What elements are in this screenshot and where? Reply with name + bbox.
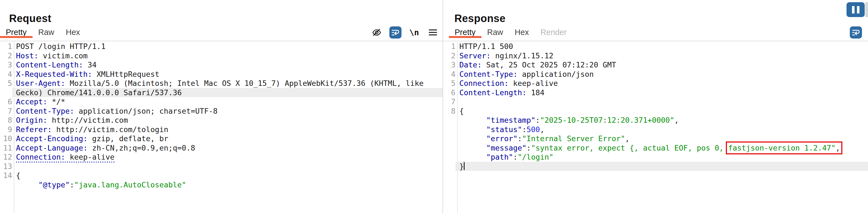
code-segment: Content-Length: [16,61,83,69]
code-text [456,97,868,106]
newline-toggle-button[interactable]: \n [408,27,420,38]
tab-raw[interactable]: Raw [482,27,509,38]
pause-icon [857,6,860,13]
code-text: Connection: keep-alive [12,152,443,162]
line-number: 8 [443,106,456,116]
code-segment: zh-CN,zh;q=0.9,en;q=0.8 [88,144,195,152]
code-text: Connection: keep-alive [456,79,868,88]
response-toolbar [850,27,862,38]
code-segment: "Internal Server Error" [522,134,625,143]
scrollbar-track[interactable] [865,2,868,17]
word-wrap-button[interactable] [390,27,402,38]
code-segment: "@type" [38,180,70,189]
line-number: 3 [443,60,456,70]
code-line[interactable]: "message":"syntax error, expect {, actua… [443,143,868,153]
code-line[interactable]: 2Host: victim.com [0,51,443,61]
code-text: Date: Sat, 25 Oct 2025 07:12:20 GMT [456,60,868,70]
code-line[interactable]: 6Content-Length: 184 [443,88,868,98]
code-line[interactable]: "status":500, [443,125,868,134]
code-segment: victim.com [38,51,88,60]
code-segment: HTTP/1.1 500 [459,42,513,50]
code-line[interactable]: 1HTTP/1.1 500 [443,42,868,51]
tab-render[interactable]: Render [534,27,572,38]
code-segment: Gecko) Chrome/141.0.0.0 Safari/537.36 [16,88,182,97]
code-segment: keep-alive [65,153,115,161]
code-text: Content-Type: application/json [456,70,868,79]
code-line[interactable]: 6Accept: */* [0,97,443,106]
word-wrap-button[interactable] [850,27,862,38]
code-segment: "/login" [518,153,553,161]
line-number: 6 [0,97,12,106]
code-line[interactable]: 3Content-Length: 34 [0,60,443,70]
code-segment: http://victim.com/tologin [52,125,168,134]
code-line[interactable]: 14{ [0,171,443,180]
response-panel-title: Response [455,13,506,25]
code-segment: application/json [518,70,593,78]
code-line[interactable]: 9Referer: http://victim.com/tologin [0,125,443,134]
code-segment: Referer: [16,125,52,134]
code-segment: keep-alive [509,79,558,87]
code-line[interactable]: 3Date: Sat, 25 Oct 2025 07:12:20 GMT [443,60,868,70]
code-line[interactable]: "timestamp":"2025-10-25T07:12:20.371+000… [443,115,868,125]
newline-icon: \n [409,28,419,37]
line-number: 5 [0,79,12,88]
code-line[interactable]: } [443,162,868,171]
code-segment: 34 [83,61,97,69]
code-line[interactable]: 11Accept-Language: zh-CN,zh;q=0.9,en;q=0… [0,143,443,153]
code-text: "message":"syntax error, expect {, actua… [456,143,868,153]
tab-pretty[interactable]: Pretty [0,27,32,38]
word-wrap-icon [390,27,401,38]
eye-hidden-icon [371,27,382,38]
code-segment: gzip, deflate, br [88,134,168,143]
code-line[interactable]: 5User-Agent: Mozilla/5.0 (Macintosh; Int… [0,79,443,88]
code-line[interactable]: 4Content-Type: application/json [443,70,868,79]
pause-button[interactable] [846,2,865,17]
code-line[interactable]: "error":"Internal Server Error", [443,134,868,143]
code-line[interactable]: 10Accept-Encoding: gzip, deflate, br [0,134,443,143]
code-text: { [12,171,443,180]
code-segment: 184 [527,88,545,97]
code-segment: Sat, 25 Oct 2025 07:12:20 GMT [482,61,616,69]
code-line[interactable]: 1POST /login HTTP/1.1 [0,42,443,51]
code-segment: "status" [486,125,522,134]
code-text: X-Requested-With: XMLHttpRequest [12,70,443,79]
request-panel: Request PrettyRawHex [0,0,443,213]
code-segment: "timestamp" [486,116,536,125]
line-number [0,180,12,189]
line-number: 5 [443,79,456,88]
hide-nonprintable-button[interactable] [371,27,383,38]
tab-hex[interactable]: Hex [509,27,535,38]
tab-raw[interactable]: Raw [32,27,60,38]
code-line[interactable]: Gecko) Chrome/141.0.0.0 Safari/537.36 [0,88,443,98]
code-segment: XMLHttpRequest [92,70,159,78]
code-text: Server: nginx/1.15.12 [456,51,868,61]
line-number: 7 [443,97,456,106]
panel-divider [442,0,443,213]
code-segment: : [535,116,540,125]
code-line[interactable]: 13 [0,162,443,171]
code-segment: Origin: [16,116,48,125]
code-line[interactable]: 7 [443,97,868,106]
tab-pretty[interactable]: Pretty [449,27,482,38]
code-line[interactable]: 2Server: nginx/1.15.12 [443,51,868,61]
code-line[interactable]: 8{ [443,106,868,116]
response-panel: Response PrettyRawHexRender 1HTTP/1.1 50… [443,0,868,213]
code-line[interactable]: 5Connection: keep-alive [443,79,868,88]
code-line[interactable]: 8Origin: http://victim.com [0,115,443,125]
code-line[interactable]: 12Connection: keep-alive [0,152,443,162]
line-number: 14 [0,171,12,180]
line-number [443,143,456,153]
code-segment: : [527,144,531,152]
code-segment: Content-Type: [459,70,518,78]
editor-menu-button[interactable] [427,27,439,38]
request-editor[interactable]: 1POST /login HTTP/1.12Host: victim.com3C… [0,42,443,213]
code-line[interactable]: "path":"/login" [443,152,868,162]
code-line[interactable]: 4X-Requested-With: XMLHttpRequest [0,70,443,79]
code-segment: { [459,107,464,115]
code-segment [459,116,486,125]
request-panel-title: Request [9,13,51,25]
code-line[interactable]: "@type":"java.lang.AutoCloseable" [0,180,443,189]
response-editor[interactable]: 1HTTP/1.1 5002Server: nginx/1.15.123Date… [443,42,868,213]
code-line[interactable]: 7Content-Type: application/json; charset… [0,106,443,116]
tab-hex[interactable]: Hex [60,27,86,38]
